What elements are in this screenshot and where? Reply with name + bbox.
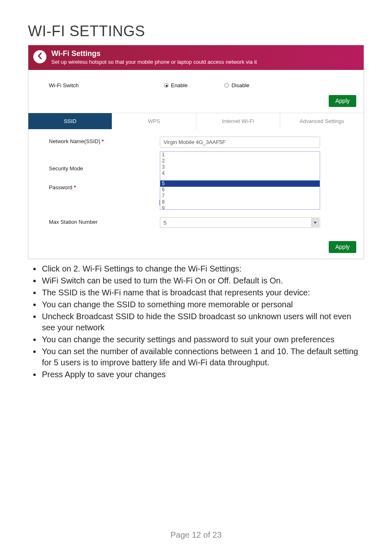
wifi-switch-row: Wi-Fi Switch Enable Disable: [28, 70, 364, 92]
list-item: You can change the security settings and…: [41, 334, 364, 345]
wifi-settings-panel: Wi-Fi Settings Set up wireless hotspot s…: [28, 45, 364, 259]
list-item[interactable]: 6: [160, 187, 320, 193]
list-item: Press Apply to save your changes: [41, 369, 364, 380]
tab-advanced-settings[interactable]: Advanced Settings: [280, 113, 364, 129]
list-item[interactable]: 5: [160, 181, 320, 187]
max-station-label: Max Station Number: [49, 217, 160, 225]
wifi-disable-radio[interactable]: Disable: [224, 82, 249, 88]
list-item[interactable]: 4: [160, 170, 320, 176]
apply-button-top[interactable]: Apply: [329, 95, 356, 107]
list-item: You can change the SSID to something mor…: [41, 299, 364, 310]
ssid-form: Network Name(SSID) * Broadcast SSID Secu…: [28, 129, 364, 235]
ssid-input[interactable]: [160, 137, 320, 148]
radio-icon: [224, 83, 229, 88]
apply-button-bottom[interactable]: Apply: [329, 241, 356, 253]
security-mode-label: Security Mode: [49, 164, 160, 172]
tab-internet-wifi[interactable]: Internet Wi-Fi: [196, 113, 280, 129]
page-footer: Page 12 of 23: [0, 530, 392, 540]
instructions-list: Click on 2. Wi-Fi Settings to change the…: [39, 263, 364, 380]
radio-icon: [164, 83, 168, 88]
radio-label: Disable: [231, 82, 249, 88]
radio-label: Enable: [171, 82, 187, 88]
list-item[interactable]: 2: [160, 158, 320, 164]
password-input[interactable]: 5 6 7 8 9 10: [160, 180, 320, 210]
list-item[interactable]: 8: [160, 199, 320, 205]
list-item: Uncheck Broadcast SSID to hide the SSID …: [41, 311, 364, 333]
page-title: WI-FI SETTINGS: [28, 23, 392, 40]
panel-header: Wi-Fi Settings Set up wireless hotspot s…: [28, 45, 364, 70]
panel-subtitle: Set up wireless hotspot so that your mob…: [51, 59, 359, 65]
back-button[interactable]: [33, 50, 46, 63]
list-item[interactable]: 7: [160, 193, 320, 199]
tab-wps[interactable]: WPS: [112, 113, 196, 129]
max-station-select[interactable]: 5: [160, 217, 320, 228]
security-mode-select[interactable]: 1 2 3 4: [160, 151, 320, 181]
tabs: SSID WPS Internet Wi-Fi Advanced Setting…: [28, 113, 364, 129]
list-item: Click on 2. Wi-Fi Settings to change the…: [41, 263, 364, 274]
list-item[interactable]: 1: [160, 152, 320, 158]
list-item: You can set the number of available conn…: [41, 346, 364, 368]
ssid-label: Network Name(SSID) *: [49, 137, 160, 144]
wifi-switch-label: Wi-Fi Switch: [49, 82, 164, 88]
panel-title: Wi-Fi Settings: [51, 49, 359, 58]
tab-ssid[interactable]: SSID: [28, 113, 112, 129]
wifi-enable-radio[interactable]: Enable: [164, 82, 187, 88]
list-item: WiFi Switch can be used to turn the Wi-F…: [41, 275, 364, 286]
list-item[interactable]: 9: [160, 205, 320, 210]
select-value: 5: [164, 220, 166, 226]
list-item: The SSID is the Wi-Fi name that is broad…: [41, 287, 364, 298]
password-label: Password *: [49, 183, 160, 190]
chevron-left-icon: [37, 53, 42, 61]
chevron-down-icon: [311, 218, 319, 227]
list-item[interactable]: 3: [160, 164, 320, 170]
